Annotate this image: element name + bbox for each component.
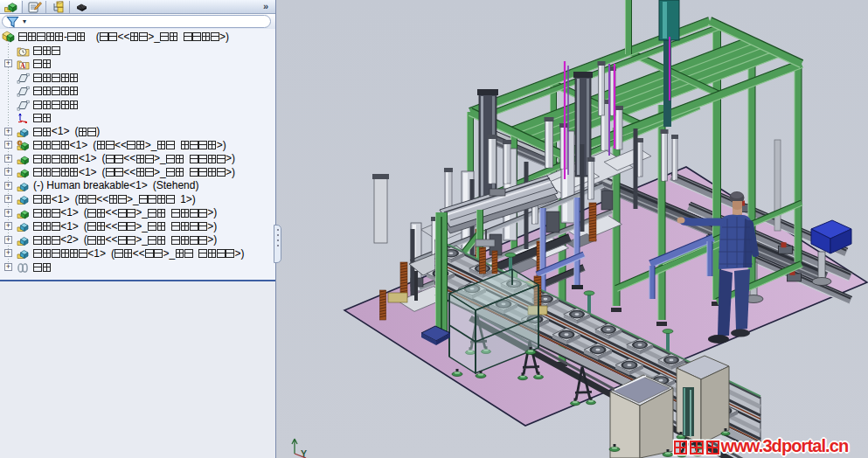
svg-text:A: A <box>20 62 25 70</box>
